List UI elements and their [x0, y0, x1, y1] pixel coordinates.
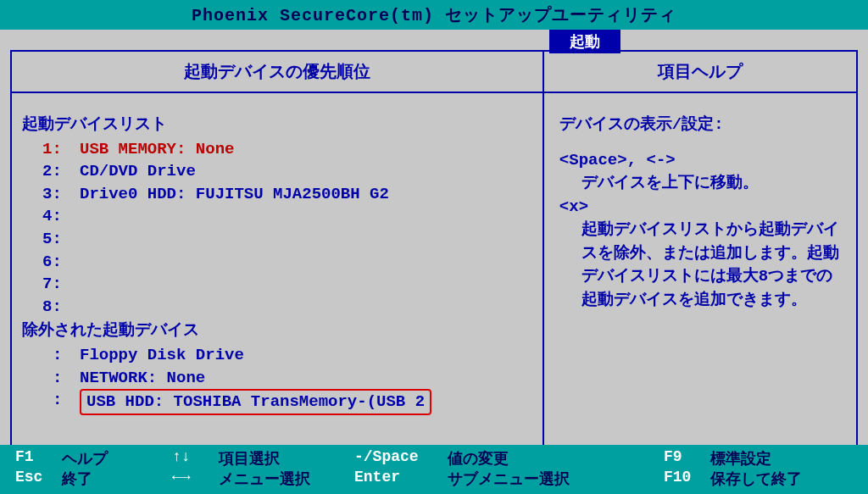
left-panel: 起動デバイスの優先順位 起動デバイスリスト 1:USB MEMORY: None… — [12, 52, 544, 448]
boot-item-3[interactable]: 3:Drive0 HDD: FUJITSU MJA2500BH G2 — [22, 183, 532, 206]
footer-hint: -/Space値の変更 — [354, 448, 664, 469]
excluded-item-colon: : — [42, 367, 80, 390]
boot-item-5[interactable]: 5: — [22, 228, 532, 251]
boot-item-number: 1: — [42, 138, 80, 161]
excluded-item-label: USB HDD: TOSHIBA TransMemory-(USB 2 — [86, 392, 425, 411]
main-area: 起動デバイスの優先順位 起動デバイスリスト 1:USB MEMORY: None… — [10, 50, 858, 450]
excluded-item-colon: : — [42, 344, 80, 367]
boot-item-1[interactable]: 1:USB MEMORY: None — [22, 138, 532, 161]
boot-item-number: 7: — [42, 273, 80, 296]
help-title: デバイスの表示/設定: — [559, 114, 841, 137]
footer-label: 保存して終了 — [710, 469, 837, 489]
footer-label: 値の変更 — [448, 448, 664, 469]
footer-hint: ↑↓項目選択 — [172, 448, 354, 469]
tab-boot[interactable]: 起動 — [549, 30, 620, 53]
excluded-item-colon: : — [42, 389, 80, 415]
excluded-item-3[interactable]: :USB HDD: TOSHIBA TransMemory-(USB 2 — [22, 389, 532, 415]
help-header: 項目ヘルプ — [544, 52, 856, 93]
boot-item-label: Drive0 HDD: FUJITSU MJA2500BH G2 — [80, 183, 389, 206]
footer-hint: F1ヘルプ — [15, 448, 172, 469]
boot-item-label: CD/DVD Drive — [80, 160, 196, 183]
footer-hint: Enterサブメニュー選択 — [354, 469, 664, 489]
boot-item-2[interactable]: 2:CD/DVD Drive — [22, 160, 532, 183]
footer-hint: F9標準設定 — [664, 448, 837, 469]
help-text-exclude: 起動デバイスリストから起動デバイスを除外、または追加します。起動デバイスリストに… — [559, 219, 841, 312]
boot-item-label: USB MEMORY: None — [80, 138, 234, 161]
footer-hint: ←→メニュー選択 — [172, 469, 354, 489]
boot-item-7[interactable]: 7: — [22, 273, 532, 296]
help-panel: 項目ヘルプ デバイスの表示/設定: <Space>, <-> デバイスを上下に移… — [544, 52, 856, 448]
footer-label: 項目選択 — [219, 448, 354, 469]
footer-key: Enter — [354, 469, 448, 489]
excluded-item-1[interactable]: :Floppy Disk Drive — [22, 344, 532, 367]
help-text-move: デバイスを上下に移動。 — [559, 172, 841, 196]
footer-label: 標準設定 — [710, 448, 837, 469]
excluded-item-label: Floppy Disk Drive — [80, 344, 244, 367]
help-key-x: <x> — [559, 196, 841, 219]
boot-item-number: 6: — [42, 251, 80, 274]
boot-item-number: 4: — [42, 205, 80, 228]
footer-key: F9 — [664, 448, 710, 469]
boot-item-number: 5: — [42, 228, 80, 251]
help-key-space: <Space>, <-> — [559, 149, 841, 173]
boot-item-number: 3: — [42, 183, 80, 206]
footer-label: ヘルプ — [62, 448, 172, 469]
footer-key: ←→ — [172, 469, 219, 489]
footer-hint: Esc終了 — [15, 469, 172, 489]
footer-key: ↑↓ — [172, 448, 219, 469]
footer-label: サブメニュー選択 — [448, 469, 664, 489]
footer-key: -/Space — [354, 448, 448, 469]
footer-key: F10 — [664, 469, 710, 489]
boot-item-number: 8: — [42, 296, 80, 319]
boot-item-8[interactable]: 8: — [22, 296, 532, 319]
tab-row: 起動 — [0, 30, 868, 50]
footer-key: F1 — [15, 448, 62, 469]
boot-item-6[interactable]: 6: — [22, 251, 532, 274]
bios-title: Phoenix SecureCore(tm) セットアップユーティリティ — [0, 0, 868, 30]
excluded-item-2[interactable]: :NETWORK: None — [22, 367, 532, 390]
footer-hint: F10保存して終了 — [664, 469, 837, 489]
footer-label: メニュー選択 — [219, 469, 354, 489]
footer-label: 終了 — [62, 469, 172, 489]
boot-list-title: 起動デバイスリスト — [22, 114, 532, 136]
excluded-list-title: 除外された起動デバイス — [22, 319, 532, 342]
footer-key: Esc — [15, 469, 62, 489]
boot-item-number: 2: — [42, 160, 80, 183]
excluded-item-label: NETWORK: None — [80, 367, 205, 390]
footer-bar: F1ヘルプ↑↓項目選択-/Space値の変更F9標準設定 Esc終了←→メニュー… — [0, 445, 868, 494]
boot-priority-header: 起動デバイスの優先順位 — [12, 52, 542, 93]
highlighted-device: USB HDD: TOSHIBA TransMemory-(USB 2 — [80, 389, 431, 415]
boot-item-4[interactable]: 4: — [22, 205, 532, 228]
